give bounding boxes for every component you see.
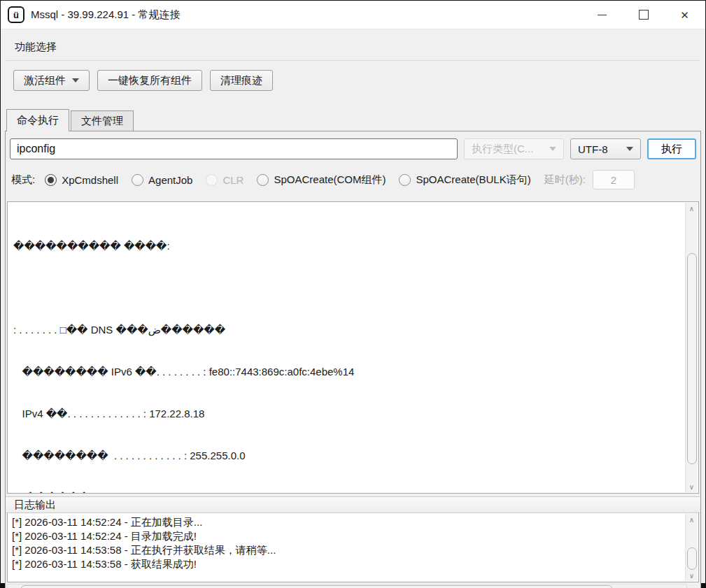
log-scrollbar[interactable]: ∧ ∨	[685, 514, 698, 581]
chevron-down-icon	[72, 78, 79, 83]
log-entry: [*] 2026-03-11 14:53:58 - 获取结果成功!	[12, 557, 680, 571]
command-output[interactable]: ���������� ����: : . . . . . . . □�� DNS…	[7, 201, 699, 494]
delay-label: 延时(秒):	[544, 173, 586, 187]
delay-input	[593, 170, 635, 189]
mode-label: 模式:	[11, 173, 35, 187]
radio-agentjob[interactable]: AgentJob	[132, 174, 192, 186]
radio-selected-icon	[45, 174, 57, 186]
mode-bar: 模式: XpCmdshell AgentJob CLR SpOACreate(C…	[11, 170, 696, 189]
radio-icon	[399, 174, 411, 186]
title-bar: ü Mssql - 39.99.224.91 - 常规连接 ✕	[1, 1, 705, 29]
horizontal-scrollbar-row: < >	[7, 584, 699, 588]
radio-icon	[132, 174, 143, 186]
scroll-left-icon[interactable]: <	[8, 585, 19, 588]
radio-spoacreate-bulk-label: SpOACreate(BULK语句)	[416, 173, 530, 187]
scroll-up-icon[interactable]: ∧	[686, 203, 698, 214]
close-icon: ✕	[680, 10, 689, 20]
output-scrollbar[interactable]: ∧ ∨	[685, 203, 698, 492]
log-scrollbar-thumb[interactable]	[687, 547, 697, 570]
scrollbar-corner	[687, 584, 699, 588]
radio-spoacreate-com[interactable]: SpOACreate(COM组件)	[257, 173, 386, 187]
function-group-title: 功能选择	[6, 34, 700, 61]
maximize-icon	[639, 10, 649, 20]
output-line: �������� IPv6 ��. . . . . . . . : fe80::…	[13, 365, 680, 379]
horizontal-scrollbar-thumb[interactable]	[20, 585, 613, 588]
clean-traces-label: 清理痕迹	[220, 74, 262, 87]
tab-command-execution[interactable]: 命令执行	[6, 109, 69, 131]
command-input[interactable]	[10, 138, 458, 159]
restore-all-components-button[interactable]: 一键恢复所有组件	[97, 70, 202, 91]
tab-file-management[interactable]: 文件管理	[71, 110, 134, 131]
output-line: IPv4 ��. . . . . . . . . . . . . : 172.2…	[13, 407, 680, 421]
exec-type-label: 执行类型(C...	[472, 143, 533, 156]
output-line: ���������� ����:	[13, 239, 680, 253]
log-lines: [*] 2026-03-11 14:52:24 - 正在加载目录... [*] …	[8, 513, 698, 571]
radio-clr-label: CLR	[223, 174, 243, 186]
scroll-down-icon[interactable]: ∨	[686, 481, 698, 492]
log-entry: [*] 2026-03-11 14:52:24 - 正在加载目录...	[12, 515, 680, 529]
scroll-down-icon[interactable]: ∨	[686, 570, 698, 581]
function-buttons: 激活组件 一键恢复所有组件 清理痕迹	[6, 61, 700, 101]
chevron-down-icon	[626, 147, 633, 151]
radio-spoacreate-bulk[interactable]: SpOACreate(BULK语句)	[399, 173, 530, 187]
activate-component-label: 激活组件	[24, 74, 66, 87]
output-line	[13, 281, 680, 295]
minimize-icon	[598, 15, 607, 15]
radio-xpcmdshell[interactable]: XpCmdshell	[45, 174, 118, 186]
scroll-up-icon[interactable]: ∧	[686, 514, 698, 525]
radio-spoacreate-com-label: SpOACreate(COM组件)	[274, 173, 386, 187]
window-controls: ✕	[581, 1, 705, 29]
encoding-select[interactable]: UTF-8	[570, 138, 641, 159]
radio-clr: CLR	[206, 174, 243, 186]
radio-agentjob-label: AgentJob	[148, 174, 192, 186]
close-button[interactable]: ✕	[664, 1, 705, 29]
radio-xpcmdshell-label: XpCmdshell	[62, 174, 118, 186]
log-output[interactable]: [*] 2026-03-11 14:52:24 - 正在加载目录... [*] …	[7, 513, 699, 582]
exec-type-select[interactable]: 执行类型(C...	[464, 138, 564, 159]
restore-all-components-label: 一键恢复所有组件	[108, 74, 192, 87]
scroll-right-icon[interactable]: >	[675, 585, 686, 588]
encoding-value: UTF-8	[578, 143, 608, 155]
activate-component-button[interactable]: 激活组件	[13, 70, 90, 91]
output-line: �������� . . . . . . . . . . . . : 255.2…	[13, 449, 680, 463]
execute-button[interactable]: 执行	[647, 138, 696, 159]
horizontal-scrollbar[interactable]: < >	[7, 584, 687, 588]
output-line: Ï������. . . . . . . . . . . . . : 172.2…	[13, 491, 680, 494]
log-entry: [*] 2026-03-11 14:53:58 - 正在执行并获取结果，请稍等.…	[12, 543, 680, 557]
tab-bar: 命令执行 文件管理	[6, 109, 705, 131]
command-bar: 执行类型(C... UTF-8 执行	[10, 138, 696, 159]
clean-traces-button[interactable]: 清理痕迹	[210, 70, 273, 91]
app-icon: ü	[8, 6, 24, 23]
maximize-button[interactable]	[623, 1, 664, 29]
minimize-button[interactable]	[581, 1, 623, 29]
radio-icon	[206, 174, 218, 186]
radio-icon	[257, 174, 269, 186]
command-output-text: ���������� ����: : . . . . . . . □�� DNS…	[8, 202, 698, 494]
function-group: 功能选择 激活组件 一键恢复所有组件 清理痕迹	[6, 34, 700, 101]
chevron-down-icon	[549, 147, 556, 151]
app-window: ü Mssql - 39.99.224.91 - 常规连接 ✕ 功能选择 激活组…	[0, 0, 706, 588]
log-entry: [*] 2026-03-11 14:52:24 - 目录加载完成!	[12, 529, 680, 543]
output-line: : . . . . . . . □�� DNS ���ض������	[13, 323, 680, 337]
log-title: 日志输出	[14, 499, 56, 512]
log-header: 日志输出	[6, 496, 700, 513]
command-execution-panel: 执行类型(C... UTF-8 执行 模式: XpCmdshell AgentJ…	[5, 131, 701, 588]
output-scrollbar-thumb[interactable]	[687, 253, 697, 464]
window-title: Mssql - 39.99.224.91 - 常规连接	[31, 8, 180, 22]
